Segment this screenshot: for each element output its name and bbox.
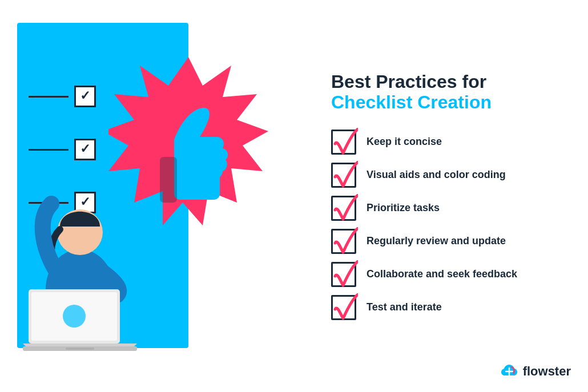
item-checkbox-3 [331,196,356,221]
item-label-4: Regularly review and update [367,235,506,247]
left-illustration-panel [0,0,297,392]
title-section: Best Practices for Checklist Creation [331,72,559,112]
page-container: Best Practices for Checklist Creation Ke… [0,0,588,392]
brand-name: flowster [523,364,571,379]
checkmark-icon-1 [331,128,358,156]
check-line-1 [29,96,69,98]
svg-rect-11 [66,347,94,350]
checklist-item-3: Prioritize tasks [331,196,559,221]
checkmark-icon-4 [331,227,358,256]
svg-point-9 [63,305,86,328]
flowster-logo: flowster [500,362,571,381]
checkmark-icon-2 [331,161,358,189]
item-checkbox-6 [331,295,356,320]
checklist-item-6: Test and iterate [331,295,559,320]
svg-rect-3 [160,157,177,203]
check-box-1 [74,86,96,107]
right-content-panel: Best Practices for Checklist Creation Ke… [297,0,588,392]
item-label-2: Visual aids and color coding [367,169,506,181]
title-line-1: Best Practices for [331,72,559,92]
checklist-item-4: Regularly review and update [331,229,559,254]
checkmark-icon-3 [331,194,358,223]
item-label-5: Collaborate and seek feedback [367,268,517,280]
check-row-1 [29,86,96,107]
item-checkbox-2 [331,163,356,188]
checkmark-icon-6 [331,293,358,322]
checklist-item-5: Collaborate and seek feedback [331,262,559,287]
laptop-illustration [23,286,137,361]
item-label-1: Keep it concise [367,136,442,148]
checkmark-icon-5 [331,260,358,289]
item-label-3: Prioritize tasks [367,202,440,214]
check-box-2 [74,139,96,160]
item-label-6: Test and iterate [367,301,442,313]
item-checkbox-5 [331,262,356,287]
title-line-2: Checklist Creation [331,92,559,112]
flowster-logo-icon [500,362,518,381]
checklist-item-2: Visual aids and color coding [331,163,559,188]
check-row-2 [29,139,96,160]
item-checkbox-1 [331,130,356,155]
checklist-items-list: Keep it concise Visual aids and color co… [331,130,559,320]
check-line-2 [29,149,69,151]
item-checkbox-4 [331,229,356,254]
checklist-item-1: Keep it concise [331,130,559,155]
